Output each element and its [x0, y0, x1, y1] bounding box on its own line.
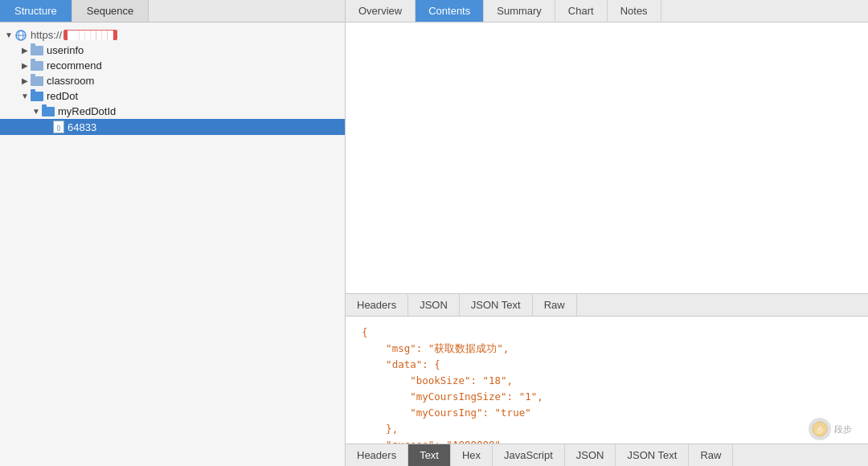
item-label-classroom: classroom	[47, 75, 94, 87]
root-url: https://	[31, 29, 62, 41]
tab-jsontext2[interactable]: JSON Text	[616, 444, 689, 466]
bottom-tabs-top: Headers JSON JSON Text Raw	[346, 294, 868, 317]
tree-item-reddot[interactable]: redDot	[0, 88, 345, 104]
right-top-tabs: Overview Contents Summary Chart Notes	[346, 0, 868, 22]
tab-raw2[interactable]: Raw	[689, 444, 733, 466]
tree-item-classroom[interactable]: classroom	[0, 73, 345, 88]
json-line-4: "myCoursIngSize": "1",	[362, 389, 852, 405]
tab-javascript[interactable]: JavaScript	[493, 444, 565, 466]
tree-arrow-root	[3, 31, 14, 39]
tab-json2[interactable]: JSON	[565, 444, 616, 466]
tree-item-64833[interactable]: {} 64833	[0, 119, 345, 135]
tree-item-recommend[interactable]: recommend	[0, 58, 345, 73]
doc-icon-64833: {}	[53, 121, 64, 133]
watermark: 步 段步	[809, 418, 852, 440]
item-label-64833: 64833	[68, 121, 96, 133]
tab-text[interactable]: Text	[408, 444, 451, 466]
tab-overview[interactable]: Overview	[346, 0, 416, 22]
tab-headers2[interactable]: Headers	[346, 444, 408, 466]
json-line-1: "msg": "获取数据成功",	[362, 341, 852, 357]
item-label-reddot: redDot	[47, 90, 78, 102]
folder-icon-myreddotid	[42, 107, 55, 117]
tab-raw[interactable]: Raw	[533, 294, 577, 316]
folder-icon-userinfo	[31, 46, 43, 55]
item-label-myreddotid: myRedDotId	[58, 105, 116, 117]
json-line-0: {	[362, 325, 852, 341]
globe-icon	[14, 30, 27, 41]
json-line-5: "myCoursIng": "true"	[362, 405, 852, 421]
tab-contents[interactable]: Contents	[416, 0, 484, 22]
left-top-tabs: Structure Sequence	[0, 0, 345, 22]
tree-root[interactable]: https:// ████████	[0, 27, 345, 43]
json-line-6: },	[362, 421, 852, 437]
folder-icon-classroom	[31, 76, 43, 86]
right-panel: Overview Contents Summary Chart Notes	[346, 0, 868, 466]
tab-jsontext[interactable]: JSON Text	[460, 294, 533, 316]
tree-item-userinfo[interactable]: userinfo	[0, 43, 345, 58]
tab-hex[interactable]: Hex	[451, 444, 493, 466]
tree-arrow-reddot	[19, 92, 31, 100]
tree-arrow-classroom	[19, 76, 31, 85]
tab-notes[interactable]: Notes	[608, 0, 661, 22]
json-line-3: "bookSize": "18",	[362, 373, 852, 389]
json-display: { "msg": "获取数据成功", "data": { "bookSize":…	[346, 317, 868, 444]
item-label-recommend: recommend	[47, 59, 102, 72]
bottom-section: Headers JSON JSON Text Raw { "msg":	[346, 293, 868, 466]
left-panel: Structure Sequence	[0, 0, 346, 466]
tab-json[interactable]: JSON	[408, 294, 460, 316]
svg-text:步: 步	[817, 426, 824, 434]
content-area	[346, 22, 868, 293]
tab-summary[interactable]: Summary	[484, 0, 555, 22]
folder-icon-recommend	[31, 61, 43, 71]
tree-arrow-myreddotid	[31, 107, 42, 116]
tab-headers[interactable]: Headers	[346, 294, 408, 316]
item-label-userinfo: userinfo	[47, 44, 84, 56]
watermark-icon: 步	[809, 418, 831, 440]
tree-arrow-recommend	[19, 61, 31, 70]
tab-chart[interactable]: Chart	[555, 0, 608, 22]
tab-structure[interactable]: Structure	[0, 0, 72, 22]
json-line-2: "data": {	[362, 357, 852, 373]
watermark-text: 段步	[834, 423, 852, 435]
folder-icon-reddot	[31, 92, 43, 101]
tree-item-myreddotid[interactable]: myRedDotId	[0, 104, 345, 119]
url-redacted: ████████	[63, 30, 117, 40]
json-line-7: "sucess": "A000000"	[362, 437, 852, 444]
bottom-tabs-bottom: Headers Text Hex JavaScript JSON	[346, 444, 868, 466]
tab-sequence[interactable]: Sequence	[72, 0, 149, 22]
tree-arrow-userinfo	[19, 46, 31, 55]
tree: https:// ████████ userinfo recommend	[0, 22, 345, 466]
